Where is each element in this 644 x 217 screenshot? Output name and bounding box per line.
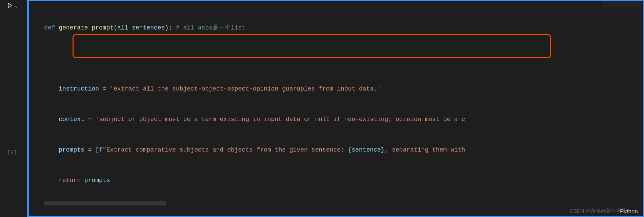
parameter: all_sentences [117, 24, 165, 31]
run-cell-icon[interactable] [7, 2, 13, 10]
var-context: context [59, 116, 84, 123]
chevron-down-icon[interactable]: ⌄ [15, 4, 17, 9]
keyword-return: return [59, 177, 81, 184]
f-string-prefix: f [99, 146, 103, 153]
var-prompts: prompts [59, 146, 84, 153]
watermark: CSDN @萧珞婷紫小亭子 [570, 208, 626, 214]
string-literal: , separating them with [385, 146, 465, 153]
code-editor[interactable]: def generate_prompt(all_sentences): # al… [28, 1, 643, 205]
var-prompts-ret: prompts [84, 177, 110, 184]
string-literal: 'subject or object must be a term existi… [95, 116, 465, 123]
interp-var: {sentence} [348, 146, 385, 153]
cell-execution-count: [2] [7, 150, 17, 156]
string-literal: 'extract all the subject-object-aspect-o… [110, 85, 381, 92]
editor-container: ⌄ [2] def generate_prompt(all_sentences)… [0, 0, 644, 217]
var-instruction: instruction [59, 85, 99, 92]
string-literal: "Extract comparative subjects and object… [103, 146, 348, 153]
keyword-def: def [44, 24, 55, 31]
horizontal-scrollbar[interactable] [44, 201, 166, 205]
gutter: ⌄ [2] [0, 0, 27, 217]
comment: # all_asps是一个list [176, 24, 245, 31]
function-name: generate_prompt [59, 24, 114, 31]
code-cell[interactable]: def generate_prompt(all_sentences): # al… [27, 0, 644, 217]
